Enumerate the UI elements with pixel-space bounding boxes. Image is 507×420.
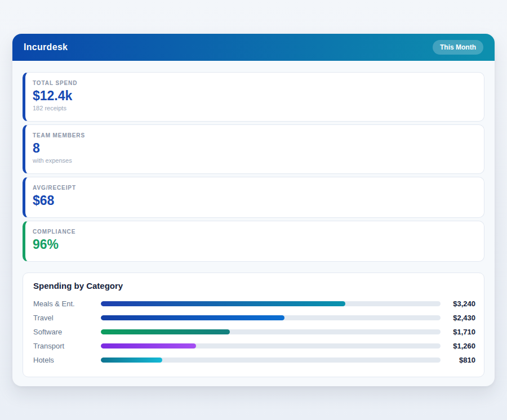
stat-value: 8	[33, 141, 474, 155]
value-label: $810	[441, 356, 475, 364]
bar-fill	[101, 343, 196, 348]
bar-fill	[101, 329, 230, 334]
category-label: Transport	[33, 342, 101, 350]
category-label: Travel	[33, 314, 101, 322]
spending-chart-card: Spending by Category Meals & Ent.$3,240T…	[23, 272, 484, 377]
stat-card-total-spend: TOTAL SPEND $12.4k 182 receipts	[23, 72, 484, 122]
value-label: $1,260	[441, 342, 475, 350]
stat-label: TOTAL SPEND	[33, 80, 474, 86]
stat-value: $12.4k	[33, 88, 474, 103]
chart-row: Meals & Ent.$3,240	[33, 297, 475, 311]
bar-track	[101, 358, 441, 363]
chart-title: Spending by Category	[33, 281, 475, 291]
stat-card-compliance: COMPLIANCE 96%	[23, 221, 484, 262]
value-label: $2,430	[441, 314, 475, 322]
bar-track	[101, 301, 441, 306]
bar-fill	[101, 301, 345, 306]
stat-label: COMPLIANCE	[33, 229, 474, 235]
stat-label: TEAM MEMBERS	[33, 132, 474, 138]
app-title: Incurdesk	[24, 42, 68, 52]
stat-sub: with expenses	[33, 157, 474, 164]
bar-fill	[101, 358, 162, 363]
category-label: Meals & Ent.	[33, 300, 101, 308]
chart-row: Transport$1,260	[33, 339, 475, 353]
value-label: $3,240	[441, 300, 475, 308]
stat-label: AVG/RECEIPT	[33, 185, 474, 191]
category-label: Software	[33, 328, 101, 336]
bar-track	[101, 315, 441, 320]
category-label: Hotels	[33, 356, 101, 364]
chart-rows: Meals & Ent.$3,240Travel$2,430Software$1…	[33, 297, 475, 367]
bar-track	[101, 343, 441, 348]
bar-fill	[101, 315, 284, 320]
stat-sub: 182 receipts	[33, 105, 474, 111]
stat-card-team-members: TEAM MEMBERS 8 with expenses	[23, 124, 484, 174]
chart-row: Hotels$810	[33, 353, 475, 367]
stat-value: $68	[33, 193, 474, 208]
value-label: $1,710	[441, 328, 475, 336]
panel-content: TOTAL SPEND $12.4k 182 receipts TEAM MEM…	[12, 61, 495, 387]
panel-header: Incurdesk This Month	[12, 34, 495, 61]
stat-card-avg-receipt: AVG/RECEIPT $68	[23, 177, 484, 218]
dashboard-panel: Incurdesk This Month TOTAL SPEND $12.4k …	[12, 34, 495, 386]
stat-value: 96%	[33, 237, 474, 252]
chart-row: Software$1,710	[33, 325, 475, 339]
bar-track	[101, 329, 441, 334]
period-badge[interactable]: This Month	[433, 40, 483, 55]
chart-row: Travel$2,430	[33, 311, 475, 325]
